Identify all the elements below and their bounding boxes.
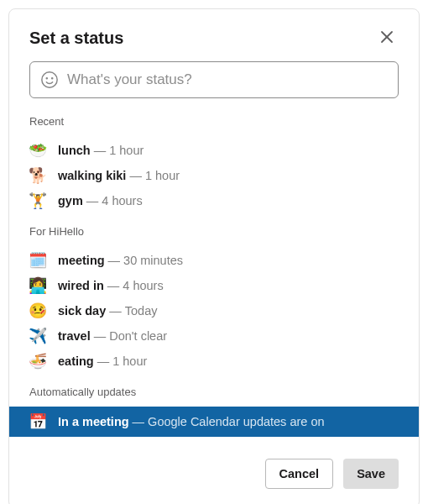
separator: —	[97, 354, 110, 368]
status-input[interactable]	[67, 71, 388, 88]
status-item-walking-kiki[interactable]: 🐕 walking kiki — 1 hour	[29, 163, 399, 188]
separator: —	[107, 279, 120, 292]
modal-footer: Cancel Save	[9, 444, 419, 504]
status-duration: 30 minutes	[123, 254, 183, 267]
separator: —	[133, 415, 145, 428]
weightlifter-icon: 🏋️	[29, 192, 46, 209]
status-input-container	[29, 61, 399, 98]
status-item-gym[interactable]: 🏋️ gym — 4 hours	[29, 188, 399, 213]
svg-point-4	[52, 78, 53, 79]
modal-header: Set a status	[9, 9, 419, 61]
auto-updates-heading: Automatically updates	[9, 386, 419, 407]
close-button[interactable]	[375, 26, 399, 50]
status-duration: 4 hours	[102, 194, 142, 207]
status-item-sick-day[interactable]: 🤒 sick day — Today	[29, 298, 399, 323]
airplane-icon: ✈️	[29, 328, 46, 344]
status-input-wrapper	[9, 61, 419, 108]
google-calendar-icon: 📅	[29, 413, 46, 430]
separator: —	[94, 329, 107, 343]
status-duration: 1 hour	[145, 169, 180, 182]
separator: —	[109, 304, 122, 318]
dog-icon: 🐕	[29, 167, 46, 184]
cancel-button[interactable]: Cancel	[265, 459, 334, 489]
status-label: sick day	[58, 304, 106, 318]
status-item-wired-in[interactable]: 👩‍💻 wired in — 4 hours	[29, 273, 399, 298]
svg-point-2	[42, 72, 57, 87]
sick-face-icon: 🤒	[29, 302, 46, 319]
status-duration: Don't clear	[109, 329, 167, 343]
close-icon	[380, 30, 394, 46]
workspace-heading: For HiHello	[29, 225, 399, 238]
status-sections: Recent 🥗 lunch — 1 hour 🐕 walking kiki —…	[9, 108, 419, 444]
smile-emoji-icon[interactable]	[40, 71, 59, 89]
separator: —	[129, 169, 142, 182]
status-label: gym	[58, 194, 83, 207]
auto-updates-section: Automatically updates 📅 In a meeting — G…	[9, 379, 419, 437]
status-item-eating[interactable]: 🍜 eating — 1 hour	[29, 349, 399, 374]
separator: —	[86, 194, 99, 207]
status-item-travel[interactable]: ✈️ travel — Don't clear	[29, 323, 399, 349]
status-duration: Google Calendar updates are on	[148, 415, 324, 428]
status-label: wired in	[58, 279, 104, 292]
workspace-section: For HiHello 🗓️ meeting — 30 minutes 👩‍💻 …	[9, 218, 419, 379]
calendar-icon: 🗓️	[29, 252, 46, 269]
status-label: In a meeting	[58, 415, 129, 428]
noodles-icon: 🍜	[29, 353, 46, 370]
salad-icon: 🥗	[29, 142, 46, 159]
status-item-in-a-meeting[interactable]: 📅 In a meeting — Google Calendar updates…	[9, 407, 419, 437]
recent-section: Recent 🥗 lunch — 1 hour 🐕 walking kiki —…	[9, 108, 419, 218]
separator: —	[94, 144, 107, 157]
separator: —	[108, 254, 121, 267]
status-duration: 4 hours	[123, 279, 163, 292]
status-label: lunch	[58, 144, 91, 157]
status-duration: Today	[125, 304, 158, 318]
recent-heading: Recent	[29, 115, 399, 128]
status-label: meeting	[58, 254, 105, 267]
status-label: eating	[58, 354, 94, 368]
modal-title: Set a status	[29, 29, 123, 48]
set-status-modal: Set a status Recent 🥗 lunch — 1 hour 🐕	[8, 8, 420, 504]
status-duration: 1 hour	[109, 144, 144, 157]
status-label: walking kiki	[58, 169, 126, 182]
svg-point-3	[46, 78, 47, 79]
status-item-lunch[interactable]: 🥗 lunch — 1 hour	[29, 138, 399, 163]
status-duration: 1 hour	[112, 354, 147, 368]
status-item-meeting[interactable]: 🗓️ meeting — 30 minutes	[29, 248, 399, 273]
save-button[interactable]: Save	[343, 459, 399, 489]
technologist-icon: 👩‍💻	[29, 277, 46, 294]
status-label: travel	[58, 329, 91, 343]
